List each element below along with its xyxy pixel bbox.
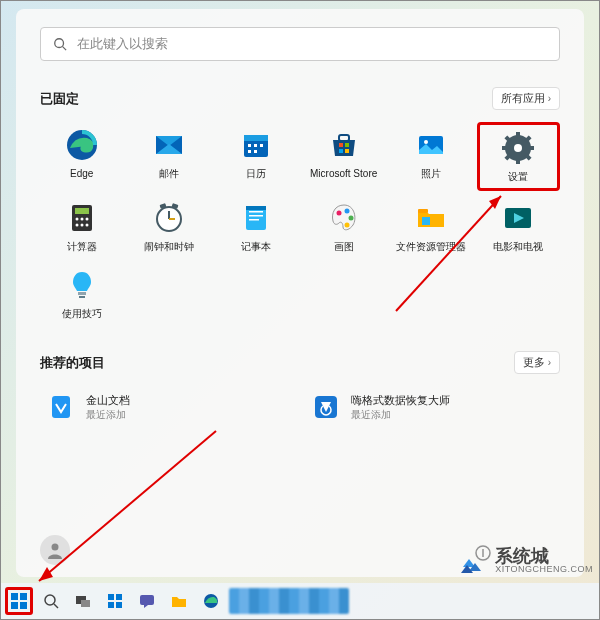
svg-point-32	[85, 218, 88, 221]
app-label: 日历	[246, 168, 266, 179]
svg-rect-23	[528, 146, 534, 150]
pinned-grid: Edge 邮件 日历 Microsoft Store 照片 设置 计算器 闹钟	[40, 122, 560, 325]
app-label: 闹钟和时钟	[144, 241, 194, 252]
svg-rect-65	[81, 600, 90, 607]
edge-icon	[65, 128, 99, 162]
app-paint[interactable]: 画图	[302, 195, 385, 258]
user-avatar[interactable]	[40, 535, 70, 565]
recommended-grid: 金山文档 最近添加 嗨格式数据恢复大师 最近添加	[40, 386, 560, 428]
gear-icon	[501, 131, 535, 165]
taskbar-widgets[interactable]	[101, 587, 129, 615]
svg-rect-59	[20, 593, 27, 600]
paint-icon	[327, 201, 361, 235]
edge-icon	[202, 592, 220, 610]
svg-rect-70	[140, 595, 154, 605]
svg-rect-15	[345, 149, 349, 153]
app-edge[interactable]: Edge	[40, 122, 123, 191]
svg-rect-58	[11, 593, 18, 600]
watermark-url: XITONGCHENG.COM	[495, 565, 593, 574]
all-apps-label: 所有应用	[501, 91, 545, 106]
document-icon	[46, 392, 76, 422]
folder-icon	[414, 201, 448, 235]
svg-rect-69	[116, 602, 122, 608]
app-label: 电影和电视	[493, 241, 543, 252]
more-button[interactable]: 更多 ›	[514, 351, 560, 374]
svg-rect-21	[516, 158, 520, 164]
svg-rect-50	[418, 209, 428, 213]
svg-rect-60	[11, 602, 18, 609]
svg-rect-45	[246, 206, 266, 210]
taskbar-edge[interactable]	[197, 587, 225, 615]
svg-rect-53	[78, 292, 86, 295]
svg-rect-9	[248, 150, 251, 153]
app-label: 文件资源管理器	[396, 241, 466, 252]
svg-point-62	[45, 595, 55, 605]
app-label: 邮件	[159, 168, 179, 179]
app-clock[interactable]: 闹钟和时钟	[127, 195, 210, 258]
svg-rect-8	[260, 144, 263, 147]
pinned-title: 已固定	[40, 90, 79, 108]
svg-rect-22	[502, 146, 508, 150]
svg-rect-44	[249, 219, 259, 221]
folder-icon	[170, 592, 188, 610]
svg-point-17	[424, 140, 428, 144]
taskbar-chat[interactable]	[133, 587, 161, 615]
svg-point-31	[80, 218, 83, 221]
taskbar-taskview[interactable]	[69, 587, 97, 615]
taskbar-search[interactable]	[37, 587, 65, 615]
store-icon	[327, 128, 361, 162]
calculator-icon	[65, 201, 99, 235]
svg-point-47	[344, 209, 349, 214]
rec-title: 嗨格式数据恢复大师	[351, 393, 450, 408]
taskbar-explorer[interactable]	[165, 587, 193, 615]
svg-rect-55	[52, 396, 70, 418]
app-label: Microsoft Store	[310, 168, 377, 179]
svg-rect-43	[249, 215, 263, 217]
taskview-icon	[74, 592, 92, 610]
app-label: Edge	[70, 168, 93, 179]
start-button[interactable]	[5, 587, 33, 615]
app-label: 记事本	[241, 241, 271, 252]
app-mail[interactable]: 邮件	[127, 122, 210, 191]
app-calculator[interactable]: 计算器	[40, 195, 123, 258]
chat-icon	[138, 592, 156, 610]
svg-point-30	[75, 218, 78, 221]
rec-item-recovery[interactable]: 嗨格式数据恢复大师 最近添加	[305, 386, 560, 428]
rec-item-jinshan[interactable]: 金山文档 最近添加	[40, 386, 295, 428]
all-apps-button[interactable]: 所有应用 ›	[492, 87, 560, 110]
app-notepad[interactable]: 记事本	[215, 195, 298, 258]
app-movies[interactable]: 电影和电视	[477, 195, 560, 258]
svg-point-57	[52, 544, 59, 551]
rec-title: 金山文档	[86, 393, 130, 408]
svg-rect-11	[339, 135, 349, 141]
svg-rect-12	[339, 143, 343, 147]
svg-line-1	[63, 47, 67, 51]
start-menu: 在此键入以搜索 已固定 所有应用 › Edge 邮件 日历 Microsoft …	[16, 9, 584, 577]
photos-icon	[414, 128, 448, 162]
rec-sub: 最近添加	[351, 408, 450, 422]
app-label: 设置	[508, 171, 528, 182]
search-icon	[42, 592, 60, 610]
app-explorer[interactable]: 文件资源管理器	[389, 195, 472, 258]
svg-rect-20	[516, 132, 520, 138]
app-calendar[interactable]: 日历	[215, 122, 298, 191]
app-settings[interactable]: 设置	[477, 122, 560, 191]
watermark: 系统城 XITONGCHENG.COM	[461, 545, 593, 575]
svg-rect-14	[339, 149, 343, 153]
pinned-header: 已固定 所有应用 ›	[40, 87, 560, 110]
bulb-icon	[65, 268, 99, 302]
svg-rect-10	[254, 150, 257, 153]
movies-icon	[501, 201, 535, 235]
app-photos[interactable]: 照片	[389, 122, 472, 191]
svg-rect-51	[422, 217, 430, 225]
user-icon	[46, 541, 64, 559]
app-store[interactable]: Microsoft Store	[302, 122, 385, 191]
mail-icon	[152, 128, 186, 162]
app-label: 照片	[421, 168, 441, 179]
svg-rect-6	[248, 144, 251, 147]
taskbar	[1, 583, 599, 619]
svg-rect-66	[108, 594, 114, 600]
start-search[interactable]: 在此键入以搜索	[40, 27, 560, 61]
svg-line-63	[54, 604, 58, 608]
app-tips[interactable]: 使用技巧	[40, 262, 123, 325]
